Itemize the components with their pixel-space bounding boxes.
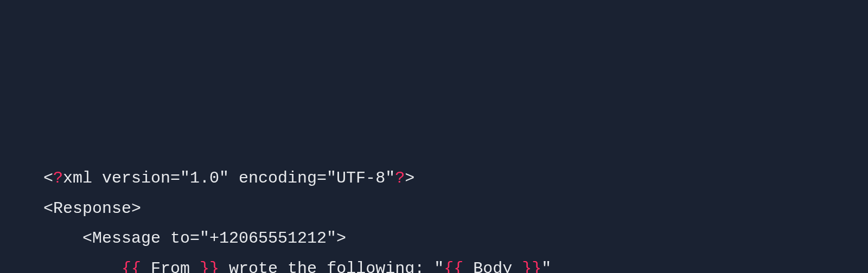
message-tag-open: Message to="+12065551212": [92, 229, 336, 248]
template-open-curly: {{: [122, 259, 141, 274]
code-line-1: <?xml version="1.0" encoding="UTF-8"?>: [43, 169, 414, 187]
question-mark: ?: [395, 169, 405, 187]
indent: [43, 259, 122, 274]
code-line-3: <Message to="+12065551212">: [43, 229, 346, 248]
angle-bracket: <: [43, 199, 53, 218]
angle-bracket: >: [336, 229, 346, 248]
indent: [43, 229, 82, 248]
angle-bracket: <: [82, 229, 92, 248]
code-block: <?xml version="1.0" encoding="UTF-8"?> <…: [43, 164, 825, 273]
angle-bracket: >: [131, 199, 141, 218]
angle-bracket: <: [43, 169, 53, 187]
response-tag-open: Response: [53, 199, 131, 218]
message-text-end: ": [541, 259, 551, 274]
xml-declaration: xml version="1.0" encoding="UTF-8": [63, 169, 395, 187]
code-line-2: <Response>: [43, 199, 141, 218]
template-var-from: From: [141, 259, 200, 274]
code-line-4: {{ From }} wrote the following: "{{ Body…: [43, 259, 551, 274]
template-open-curly: {{: [444, 259, 463, 274]
template-close-curly: }}: [522, 259, 541, 274]
template-close-curly: }}: [200, 259, 219, 274]
template-var-body: Body: [463, 259, 522, 274]
message-text: wrote the following: ": [219, 259, 444, 274]
angle-bracket: >: [405, 169, 414, 187]
question-mark: ?: [53, 169, 63, 187]
